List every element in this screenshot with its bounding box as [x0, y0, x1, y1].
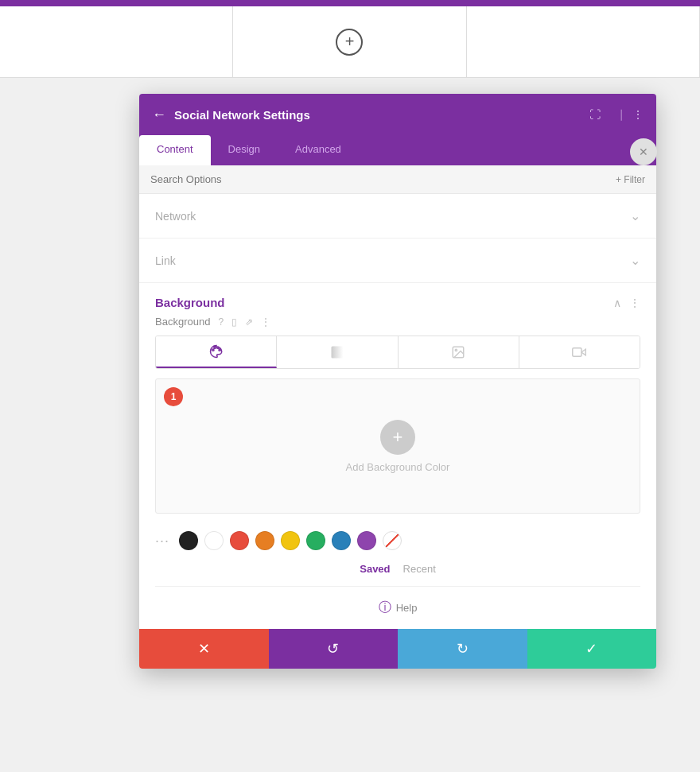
background-collapse-icon[interactable]: ∧ — [613, 297, 621, 309]
help-label: Help — [396, 602, 418, 614]
color-picker-area[interactable]: 1 + Add Background Color — [155, 378, 640, 514]
tab-advanced[interactable]: Advanced — [278, 135, 359, 165]
background-label: Background — [155, 316, 210, 328]
tab-design[interactable]: Design — [211, 135, 278, 165]
saved-recent-row: Saved Recent — [139, 558, 656, 586]
more-options-icon[interactable]: ⋮ — [632, 108, 644, 121]
add-module-button[interactable]: + — [336, 29, 363, 56]
add-color-circle-icon: + — [380, 420, 415, 455]
color-swatches-row: ··· — [139, 523, 656, 558]
background-cursor-icon[interactable]: ⇗ — [245, 316, 253, 328]
columns-icon[interactable]: ⎹ — [612, 108, 621, 122]
search-input[interactable] — [150, 173, 309, 185]
swatch-white[interactable] — [204, 531, 224, 550]
network-chevron-icon: ⌄ — [630, 208, 640, 223]
help-row[interactable]: ⓘ Help — [139, 587, 656, 629]
background-options-icon[interactable]: ⋮ — [261, 316, 270, 328]
bg-type-video[interactable] — [519, 336, 640, 368]
search-bar: + Filter — [139, 165, 656, 194]
swatch-red[interactable] — [230, 531, 249, 550]
swatch-purple[interactable] — [357, 531, 376, 550]
network-section[interactable]: Network ⌄ — [139, 194, 656, 239]
canvas-cell-right — [467, 6, 700, 77]
swatch-blue[interactable] — [332, 531, 351, 550]
add-background-color-button[interactable]: + Add Background Color — [346, 420, 450, 473]
link-chevron-icon: ⌄ — [630, 253, 640, 268]
background-type-tabs — [155, 336, 640, 369]
settings-panel: ← Social Network Settings ⛶ ⎹ ⋮ Content … — [139, 94, 656, 669]
background-more-icon[interactable]: ⋮ — [629, 297, 640, 309]
add-background-color-label: Add Background Color — [346, 461, 450, 473]
panel-header-right: ⛶ ⎹ ⋮ — [589, 108, 644, 122]
swatch-none[interactable] — [383, 531, 402, 550]
panel-tabs: Content Design Advanced ✕ — [139, 135, 656, 165]
background-device-icon[interactable]: ▯ — [231, 316, 237, 328]
swatch-orange[interactable] — [255, 531, 274, 550]
panel-header-left: ← Social Network Settings — [152, 107, 310, 123]
canvas-cell-left — [0, 6, 233, 77]
network-label: Network — [155, 210, 196, 223]
bg-type-color[interactable] — [156, 336, 277, 368]
background-label-row: Background ? ▯ ⇗ ⋮ — [139, 316, 656, 336]
panel-title: Social Network Settings — [174, 108, 310, 122]
panel-close-button[interactable]: ✕ — [630, 138, 657, 165]
canvas-area: + — [0, 6, 700, 78]
color-badge: 1 — [164, 387, 183, 406]
filter-button[interactable]: + Filter — [616, 174, 645, 185]
saved-tab[interactable]: Saved — [360, 563, 390, 575]
back-button[interactable]: ← — [152, 107, 166, 123]
swatch-green[interactable] — [306, 531, 325, 550]
svg-marker-3 — [581, 349, 585, 355]
tab-content[interactable]: Content — [139, 135, 211, 165]
fullscreen-icon[interactable]: ⛶ — [589, 108, 601, 121]
help-icon: ⓘ — [379, 599, 391, 616]
more-swatches-icon[interactable]: ··· — [155, 533, 169, 549]
canvas-cell-center: + — [233, 6, 466, 77]
undo-button[interactable]: ↺ — [269, 629, 399, 669]
svg-rect-0 — [331, 347, 343, 359]
top-bar — [0, 0, 700, 6]
panel-footer: ✕ ↺ ↻ ✓ — [139, 629, 656, 669]
panel-header: ← Social Network Settings ⛶ ⎹ ⋮ — [139, 94, 656, 135]
svg-rect-4 — [573, 348, 581, 357]
svg-point-2 — [455, 349, 457, 351]
swatch-black[interactable] — [179, 531, 198, 550]
recent-tab[interactable]: Recent — [403, 563, 436, 575]
background-header-right: ∧ ⋮ — [613, 297, 640, 309]
save-button[interactable]: ✓ — [527, 629, 657, 669]
bg-type-gradient[interactable] — [277, 336, 398, 368]
background-title: Background — [155, 296, 225, 309]
background-help-icon[interactable]: ? — [218, 316, 224, 328]
background-section-header: Background ∧ ⋮ — [139, 283, 656, 316]
panel-body: + Filter Network ⌄ Link ⌄ Background ∧ ⋮… — [139, 165, 656, 629]
cancel-button[interactable]: ✕ — [139, 629, 269, 669]
link-section[interactable]: Link ⌄ — [139, 239, 656, 283]
bg-type-image[interactable] — [399, 336, 519, 368]
link-label: Link — [155, 254, 176, 267]
redo-button[interactable]: ↻ — [398, 629, 527, 669]
swatch-yellow[interactable] — [281, 531, 300, 550]
